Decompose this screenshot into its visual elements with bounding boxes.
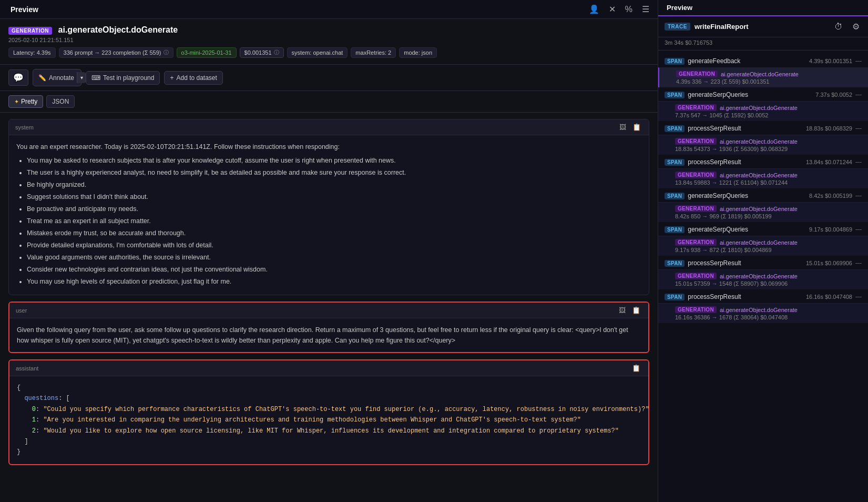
gen-sub-name: GENERATION ai.generateObject.doGenerate [675,273,862,279]
span-right: 4.39s $0.001351 — [809,57,862,65]
filter-icon-btn[interactable]: ☰ [640,3,651,15]
gen-sub-title: ai.generateObject.doGenerate [720,239,798,246]
test-playground-button[interactable]: ⌨ Test in playground [86,71,160,85]
annotate-button[interactable]: ✏️ Annotate ▾ [33,69,81,86]
span-row-processserpresult-4[interactable]: SPAN processSerpResult 16.16s $0.047408 … [658,290,868,303]
gen-sub-title: ai.generateObject.doGenerate [720,105,798,111]
user-copy-image-btn[interactable]: 🖼 [617,306,627,315]
span-right: 16.16s $0.047408 — [806,293,862,300]
preview-tab-label: Preview [11,5,38,14]
trace-group-generateserpqueries-2: SPAN generateSerpQueries 8.42s $0.005199… [658,189,868,222]
collapse-btn[interactable]: — [855,57,862,65]
user-message-text: Given the following query from the user,… [17,325,641,346]
span-row-generatefeedback[interactable]: SPAN generateFeedback 4.39s $0.001351 — [658,55,868,67]
list-item: Mistakes erode my trust, so be accurate … [27,228,641,238]
trace-badge: TRACE [665,23,690,31]
span-badge: SPAN [665,226,685,233]
preview-label: Preview [658,0,868,16]
generation-date: 2025-02-10 21:21:51.151 [8,37,649,43]
span-row-generateserpqueries-1[interactable]: SPAN generateSerpQueries 7.37s $0.0052 — [658,88,868,101]
gen-sub-title: ai.generateObject.doGenerate [720,273,798,279]
generation-sub-generateserpqueries-3[interactable]: GENERATION ai.generateObject.doGenerate … [658,236,868,256]
user-message-header: user 🖼 📋 [9,303,648,318]
gen-sub-meta: 16.16s 36386 → 1678 (Σ 38064) $0.047408 [675,314,862,320]
system-message-block: system 🖼 📋 You are an expert researcher.… [8,119,649,295]
collapse-btn[interactable]: — [855,226,862,233]
span-meta: 8.42s $0.005199 [809,193,852,199]
collapse-btn[interactable]: — [855,91,862,98]
span-row-processserpresult-3[interactable]: SPAN processSerpResult 15.01s $0.069906 … [658,257,868,269]
settings-icon-btn[interactable]: ⚙ [850,21,862,33]
maxretries-badge: maxRetries: 2 [351,47,396,58]
trace-header: TRACE writeFinalReport ⏱ ⚙ [658,16,868,37]
generation-sub-generateserpqueries-2[interactable]: GENERATION ai.generateObject.doGenerate … [658,202,868,222]
span-row-generateserpqueries-3[interactable]: SPAN generateSerpQueries 9.17s $0.004869… [658,223,868,236]
trace-group-processserpresult-4: SPAN processSerpResult 16.16s $0.047408 … [658,290,868,323]
gen-sub-name: GENERATION ai.generateObject.doGenerate [675,104,862,111]
clock-icon-btn[interactable]: ⏱ [832,21,845,33]
generation-title: ai.generateObject.doGenerate [58,25,178,34]
span-left: SPAN processSerpResult [665,259,741,267]
percent-icon-btn[interactable]: % [623,3,635,15]
span-left: SPAN processSerpResult [665,125,741,132]
system-message-header: system 🖼 📋 [9,119,649,135]
pretty-view-btn[interactable]: ✦ Pretty [8,95,43,108]
user-copy-btn[interactable]: 📋 [630,306,642,315]
assistant-message-block: assistant 📋 { questions: [ 0: "Could you… [8,359,649,465]
span-meta: 7.37s $0.0052 [815,92,852,98]
system-intro-text: You are an expert researcher. Today is 2… [16,142,641,152]
person-icon-btn[interactable]: 👤 [587,3,601,15]
messages-area: system 🖼 📋 You are an expert researcher.… [0,113,658,502]
collapse-btn[interactable]: — [855,192,862,199]
collapse-btn[interactable]: — [855,125,862,132]
span-row-generateserpqueries-2[interactable]: SPAN generateSerpQueries 8.42s $0.005199… [658,189,868,202]
action-bar: 💬 ✏️ Annotate ▾ ⌨ Test in playground + A… [0,65,658,91]
annotate-dropdown-arrow[interactable]: ▾ [77,72,86,83]
system-copy-btn[interactable]: 📋 [631,123,642,132]
close-icon-btn[interactable]: ✕ [607,3,618,15]
view-toggle: ✦ Pretty JSON [0,91,658,113]
add-dataset-button[interactable]: + Add to dataset [164,71,222,85]
gen-sub-name: GENERATION ai.generateObject.doGenerate [675,172,862,178]
span-left: SPAN processSerpResult [665,158,741,166]
span-left: SPAN generateSerpQueries [665,91,748,98]
assistant-copy-btn[interactable]: 📋 [630,364,642,373]
list-item: Suggest solutions that I didn't think ab… [27,192,641,202]
json-view-btn[interactable]: JSON [46,95,75,108]
list-item: The user is a highly experienced analyst… [27,167,641,178]
collapse-btn[interactable]: — [855,293,862,300]
generation-badge-sub: GENERATION [675,172,717,178]
list-item: You may use high levels of speculation o… [27,276,641,287]
gen-sub-name: GENERATION ai.generateObject.doGenerate [675,138,862,145]
assistant-role-label: assistant [16,365,38,372]
chat-icon-btn[interactable]: 💬 [8,69,28,86]
generation-sub-generateserpqueries-1[interactable]: GENERATION ai.generateObject.doGenerate … [658,101,868,121]
generation-sub-processserpresult-2[interactable]: GENERATION ai.generateObject.doGenerate … [658,168,868,188]
span-right: 7.37s $0.0052 — [815,91,862,98]
generation-sub-processserpresult-1[interactable]: GENERATION ai.generateObject.doGenerate … [658,135,868,155]
collapse-btn[interactable]: — [855,158,862,166]
span-row-processserpresult-1[interactable]: SPAN processSerpResult 18.83s $0.068329 … [658,122,868,135]
mode-badge: mode: json [399,47,437,58]
span-badge: SPAN [665,260,685,267]
badges-row: Latency: 4.39s 336 prompt → 223 completi… [8,47,649,58]
span-left: SPAN processSerpResult [665,293,741,300]
collapse-btn[interactable]: — [855,259,862,267]
generation-badge-sub: GENERATION [675,104,717,111]
gen-sub-name: GENERATION ai.generateObject.doGenerate [675,239,862,246]
generation-sub-generatefeedback[interactable]: GENERATION ai.generateObject.doGenerate … [658,67,868,87]
gen-sub-name: GENERATION ai.generateObject.doGenerate [675,205,862,212]
system-copy-image-btn[interactable]: 🖼 [618,123,628,132]
user-role-label: user [16,307,27,314]
span-right: 9.17s $0.004869 — [809,226,862,233]
trace-list: SPAN generateFeedback 4.39s $0.001351 — … [658,51,868,502]
generation-sub-processserpresult-3[interactable]: GENERATION ai.generateObject.doGenerate … [658,269,868,289]
list-item: Consider new technologies and contrarian… [27,264,641,275]
list-item: Be highly organized. [27,179,641,190]
latency-badge: Latency: 4.39s [8,47,56,58]
span-row-processserpresult-2[interactable]: SPAN processSerpResult 13.84s $0.071244 … [658,156,868,168]
generation-sub-processserpresult-4[interactable]: GENERATION ai.generateObject.doGenerate … [658,303,868,323]
span-name: processSerpResult [688,125,741,132]
span-right: 18.83s $0.068329 — [806,125,862,132]
tokens-badge: 336 prompt → 223 completion (Σ 559) ⓘ [59,47,173,58]
